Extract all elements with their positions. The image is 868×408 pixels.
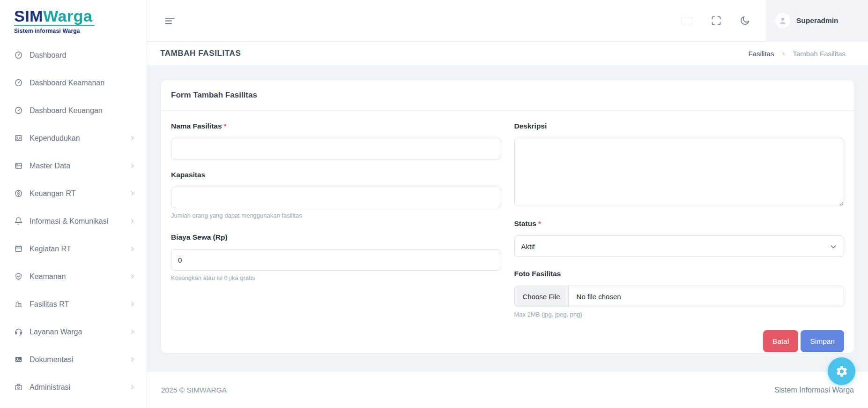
form-grid: Nama Fasilitas* Kapasitas Jumlah orang y… xyxy=(171,122,844,318)
biaya-sewa-label: Biaya Sewa (Rp) xyxy=(171,233,501,242)
status-label: Status* xyxy=(514,219,845,228)
sidebar-item-label: Keamanan xyxy=(30,272,66,281)
gauge-icon xyxy=(14,106,23,115)
field-kapasitas: Kapasitas Jumlah orang yang dapat menggu… xyxy=(171,171,501,219)
sidebar-toggle-button[interactable] xyxy=(164,15,176,26)
form-right-column: Deskripsi Status* Aktif xyxy=(514,122,845,318)
chevron-right-icon xyxy=(129,246,135,252)
user-menu[interactable]: Superadmin xyxy=(766,0,868,42)
choose-file-button[interactable]: Choose File xyxy=(515,286,569,307)
settings-fab-button[interactable] xyxy=(828,357,855,385)
breadcrumb-parent-link[interactable]: Fasilitas xyxy=(748,50,774,58)
main-area: Superadmin TAMBAH FASILITAS Fasilitas Ta… xyxy=(147,0,868,408)
topbar: Superadmin xyxy=(147,0,868,42)
status-select[interactable]: Aktif xyxy=(514,235,845,257)
sidebar-item-kegiatan-rt[interactable]: Kegiatan RT xyxy=(0,235,147,263)
sidebar-item-label: Kependudukan xyxy=(30,134,80,143)
sidebar-item-label: Dashboard Keuangan xyxy=(30,106,103,115)
deskripsi-textarea[interactable] xyxy=(514,138,845,206)
chevron-right-icon xyxy=(129,163,135,169)
field-foto-fasilitas: Foto Fasilitas Choose File No file chose… xyxy=(514,270,845,318)
avatar xyxy=(775,13,790,28)
chevron-down-icon xyxy=(830,243,837,250)
content-area: Form Tambah Fasilitas Nama Fasilitas* xyxy=(147,65,868,372)
sidebar-item-label: Master Data xyxy=(30,162,70,170)
kapasitas-helper: Jumlah orang yang dapat menggunakan fasi… xyxy=(171,212,501,219)
kapasitas-input[interactable] xyxy=(171,187,501,208)
field-status: Status* Aktif xyxy=(514,219,845,257)
sidebar-item-dokumentasi[interactable]: Dokumentasi xyxy=(0,346,147,373)
sidebar-item-informasi-komunikasi[interactable]: Informasi & Komunikasi xyxy=(0,207,147,235)
required-marker: * xyxy=(538,219,541,227)
sidebar-item-label: Informasi & Komunikasi xyxy=(30,217,108,226)
logo-brand-suffix: Warga xyxy=(43,7,92,25)
page-title: TAMBAH FASILITAS xyxy=(160,49,241,58)
logo-underline xyxy=(14,25,95,26)
fullscreen-icon[interactable] xyxy=(710,15,722,27)
chevron-right-icon xyxy=(129,273,135,280)
required-marker: * xyxy=(224,122,227,130)
sidebar-item-kependudukan[interactable]: Kependudukan xyxy=(0,124,147,152)
footer: 2025 © SIMWARGA Sistem Informasi Warga xyxy=(147,372,868,408)
field-biaya-sewa: Biaya Sewa (Rp) Kosongkan atau isi 0 jik… xyxy=(171,233,501,281)
form-card-title: Form Tambah Fasilitas xyxy=(171,91,257,100)
sidebar-item-administrasi[interactable]: Administrasi xyxy=(0,373,147,401)
nama-fasilitas-label: Nama Fasilitas* xyxy=(171,122,501,130)
field-nama-fasilitas: Nama Fasilitas* xyxy=(171,122,501,159)
sidebar-item-dashboard-keamanan[interactable]: Dashboard Keamanan xyxy=(0,69,147,97)
bell-icon xyxy=(14,217,23,226)
sidebar-item-dashboard-keuangan[interactable]: Dashboard Keuangan xyxy=(0,97,147,124)
chevron-right-icon xyxy=(129,356,135,363)
gauge-icon xyxy=(14,51,23,60)
indonesia-flag[interactable] xyxy=(681,17,693,24)
gauge-icon xyxy=(14,78,23,87)
sidebar: SIMWarga Sistem informasi Warga Dashboar… xyxy=(0,0,147,408)
app-logo[interactable]: SIMWarga Sistem informasi Warga xyxy=(0,0,147,41)
building-icon xyxy=(14,300,23,309)
sidebar-item-dashboard[interactable]: Dashboard xyxy=(0,41,147,69)
sidebar-item-keuangan-rt[interactable]: Keuangan RT xyxy=(0,180,147,207)
chevron-right-icon xyxy=(129,301,135,307)
breadcrumb: Fasilitas Tambah Fasilitas xyxy=(748,50,846,58)
sidebar-item-fasilitas-rt[interactable]: Fasilitas RT xyxy=(0,290,147,318)
logo-text: SIMWarga xyxy=(14,8,147,24)
sidebar-item-layanan-warga[interactable]: Layanan Warga xyxy=(0,318,147,346)
sidebar-item-label: Keuangan RT xyxy=(30,189,75,198)
headset-icon xyxy=(14,327,23,336)
sidebar-item-label: Dashboard Keamanan xyxy=(30,79,104,87)
deskripsi-label: Deskripsi xyxy=(514,122,845,130)
form-card: Form Tambah Fasilitas Nama Fasilitas* xyxy=(161,80,854,353)
breadcrumb-current: Tambah Fasilitas xyxy=(793,50,846,58)
moon-icon[interactable] xyxy=(739,15,750,27)
form-card-header: Form Tambah Fasilitas xyxy=(161,80,854,111)
image-icon xyxy=(14,355,23,364)
chevron-right-icon xyxy=(129,135,135,141)
briefcase-icon xyxy=(14,383,23,392)
biaya-sewa-helper: Kosongkan atau isi 0 jika gratis xyxy=(171,274,501,281)
chevron-right-icon xyxy=(780,51,786,56)
sidebar-item-keamanan[interactable]: Keamanan xyxy=(0,263,147,290)
sidebar-item-master-data[interactable]: Master Data xyxy=(0,152,147,180)
biaya-sewa-input[interactable] xyxy=(171,249,501,271)
foto-file-input[interactable]: Choose File No file chosen xyxy=(514,286,845,307)
form-card-body: Nama Fasilitas* Kapasitas Jumlah orang y… xyxy=(161,111,854,352)
shield-check-icon xyxy=(14,272,23,281)
nama-fasilitas-input[interactable] xyxy=(171,138,501,159)
form-left-column: Nama Fasilitas* Kapasitas Jumlah orang y… xyxy=(171,122,501,318)
calendar-icon xyxy=(14,244,23,253)
footer-app-name: Sistem Informasi Warga xyxy=(774,386,854,394)
sidebar-item-label: Fasilitas RT xyxy=(30,300,69,309)
app-root: SIMWarga Sistem informasi Warga Dashboar… xyxy=(0,0,868,408)
file-chosen-text: No file chosen xyxy=(569,286,621,307)
save-button[interactable]: Simpan xyxy=(801,330,844,352)
kapasitas-label: Kapasitas xyxy=(171,171,501,179)
chevron-right-icon xyxy=(129,190,135,196)
gear-icon xyxy=(835,365,848,378)
database-icon xyxy=(14,161,23,170)
status-selected-value: Aktif xyxy=(521,242,535,250)
sidebar-item-label: Dokumentasi xyxy=(30,355,73,364)
footer-copyright: 2025 © SIMWARGA xyxy=(161,386,227,394)
field-deskripsi: Deskripsi xyxy=(514,122,845,208)
foto-helper: Max 2MB (jpg, jpeg, png) xyxy=(514,311,845,318)
cancel-button[interactable]: Batal xyxy=(763,330,798,352)
